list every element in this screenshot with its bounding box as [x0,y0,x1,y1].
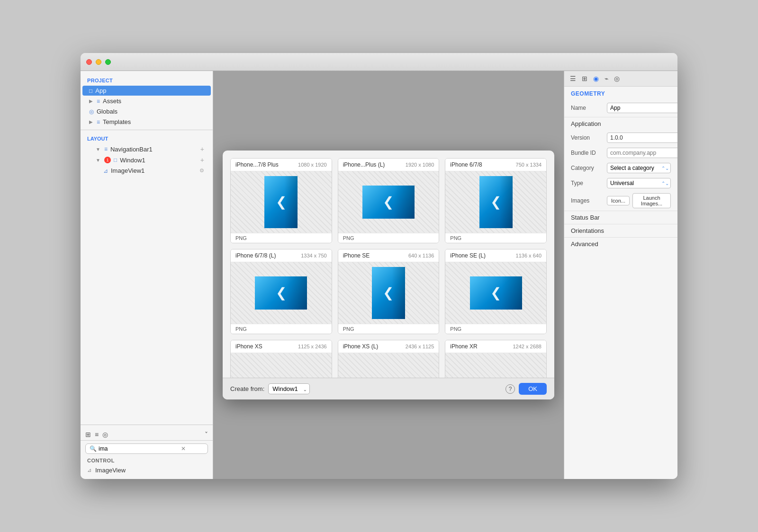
device-grid: iPhone...7/8 Plus 1080 x 1920 ❮ [223,151,554,378]
navbar-add-icon[interactable]: + [200,145,204,153]
device-card-iphone678l[interactable]: iPhone 6/7/8 (L) 1334 x 750 ❮ [230,249,332,334]
device-name: iPhone SE [343,252,370,259]
rp-tab-grid-icon[interactable]: ⊞ [580,74,589,83]
create-from-label: Create from: [230,385,264,392]
device-format: PNG [445,324,546,334]
maximize-button[interactable] [105,59,111,65]
widget-icon[interactable]: ◎ [102,431,108,438]
device-preview: ❮ [338,171,439,233]
window-icon: □ [114,157,117,163]
create-from-select[interactable]: Window1 [268,383,310,394]
close-button[interactable] [86,59,92,65]
sidebar-item-templates[interactable]: ▶ ≡ Templates [82,117,211,127]
chevron-down-icon[interactable]: ˅ [205,431,208,438]
ok-button[interactable]: OK [519,383,547,395]
help-button[interactable]: ? [505,384,515,394]
device-card-iphone678[interactable]: iPhone 6/7/8 750 x 1334 ❮ [445,158,547,243]
chevron-left-icon: ❮ [276,195,287,209]
category-select[interactable]: Select a category [607,163,671,173]
icon-button[interactable]: Icon... [607,196,630,205]
device-preview: ❮ [445,171,546,233]
type-select[interactable]: Universal [607,178,671,188]
sidebar-tree: PROJECT □ App ▶ ≡ Assets ◎ Globals ▶ ≡ [81,71,213,425]
templates-modal: iPhone...7/8 Plus 1080 x 1920 ❮ [223,151,554,399]
templates-icon: ≡ [97,119,100,125]
modal-actions: ? OK [505,383,547,395]
sidebar-item-globals[interactable]: ◎ Globals [82,106,211,116]
device-screen: ❮ [372,267,405,319]
sidebar-item-app[interactable]: □ App [82,86,211,96]
layout-icon[interactable]: ⊞ [85,431,91,438]
screen-background: ❮ [362,186,415,219]
sidebar-item-imageview1[interactable]: ⊿ ImageView1 ⚙ [82,166,211,176]
device-name: iPhone XS [235,343,262,350]
device-size: 2436 x 1125 [406,344,434,349]
sidebar-item-globals-label: Globals [97,108,117,115]
launch-images-button[interactable]: Launch Images... [632,193,671,208]
name-input[interactable] [607,103,677,113]
templates-expand-icon: ▶ [89,119,93,124]
device-name: iPhone SE (L) [450,252,486,259]
device-card-header: iPhone XS (L) 2436 x 1125 [338,340,439,353]
bundleid-label: Bundle ID [571,150,604,156]
control-item-imageview[interactable]: ⊿ ImageView [81,465,213,475]
device-format: PNG [231,233,332,243]
device-card-iphone78plus[interactable]: iPhone...7/8 Plus 1080 x 1920 ❮ [230,158,332,243]
device-screen: ❮ [362,186,415,219]
sidebar-item-navbar1[interactable]: ▼ ≡ NavigationBar1 + [82,144,211,154]
imageview-tree-icon: ⊿ [103,168,108,174]
layout-section-label: LAYOUT [81,133,213,143]
rp-tab-list-icon[interactable]: ☰ [568,74,578,83]
sidebar-bottom-panel: ⊞ ≡ ◎ ˅ 🔍 ✕ CONTROL ⊿ ImageView [81,425,213,479]
device-preview [231,353,332,378]
minimize-button[interactable] [96,59,101,65]
rp-tab-eye-icon[interactable]: ◎ [612,74,622,83]
app-icon: □ [89,88,92,94]
screen-shadow [286,276,307,310]
navbar-expand-icon: ▼ [96,147,100,152]
imageview-settings-icon[interactable]: ⚙ [199,168,204,174]
sidebar-item-window1[interactable]: ▼ 1 □ Window1 + [82,155,211,165]
bundleid-row: Bundle ID [564,145,677,160]
advanced-section: Advanced [564,237,677,250]
device-card-iphoneplusl[interactable]: iPhone...Plus (L) 1920 x 1080 ❮ [338,158,440,243]
type-row: Type Universal ⌃⌄ [564,176,677,191]
right-panel-tabs: ☰ ⊞ ◉ ⌁ ◎ [564,71,677,87]
bundleid-input[interactable] [607,148,677,158]
window-add-icon[interactable]: + [200,156,204,164]
search-input[interactable] [99,445,179,452]
right-panel: ☰ ⊞ ◉ ⌁ ◎ GEOMETRY Name ▲ ▼ [564,71,677,479]
screen-background: ❮ [470,276,522,310]
sidebar-divider [81,130,213,130]
modal-overlay: iPhone...7/8 Plus 1080 x 1920 ❮ [213,71,564,479]
device-card-iphonexs[interactable]: iPhone XS 1125 x 2436 [230,340,332,378]
screen-background: ❮ [479,176,513,228]
control-item-imageview-label: ImageView [95,467,126,474]
version-input[interactable] [607,133,677,143]
device-name: iPhone...7/8 Plus [235,161,279,168]
device-screen: ❮ [255,276,307,310]
device-card-iphonese[interactable]: iPhone SE 640 x 1136 ❮ [338,249,440,334]
chevron-left-icon: ❮ [383,286,394,300]
images-label: Images [571,197,604,204]
search-clear-icon[interactable]: ✕ [181,445,186,452]
device-size: 1242 x 2688 [513,344,541,349]
version-row: Version [564,130,677,145]
sidebar-item-imageview1-label: ImageView1 [111,167,144,174]
globals-icon: ◎ [89,108,94,115]
sidebar-item-assets[interactable]: ▶ ≡ Assets [82,96,211,106]
device-preview [338,353,439,378]
rp-tab-target-icon[interactable]: ◉ [591,74,601,83]
screen-background: ❮ [255,276,307,310]
version-label: Version [571,134,604,141]
create-from-section: Create from: Window1 [230,383,310,394]
sidebar-item-window1-label: Window1 [120,157,145,164]
device-card-iphonexr[interactable]: iPhone XR 1242 x 2688 [445,340,547,378]
device-card-iphonesel[interactable]: iPhone SE (L) 1136 x 640 ❮ [445,249,547,334]
rp-tab-link-icon[interactable]: ⌁ [603,74,610,83]
project-section-label: PROJECT [81,75,213,85]
list-icon[interactable]: ≡ [95,431,99,438]
sidebar: PROJECT □ App ▶ ≡ Assets ◎ Globals ▶ ≡ [81,71,213,479]
device-name: iPhone 6/7/8 (L) [235,252,276,259]
device-card-iphonexsl[interactable]: iPhone XS (L) 2436 x 1125 [338,340,440,378]
